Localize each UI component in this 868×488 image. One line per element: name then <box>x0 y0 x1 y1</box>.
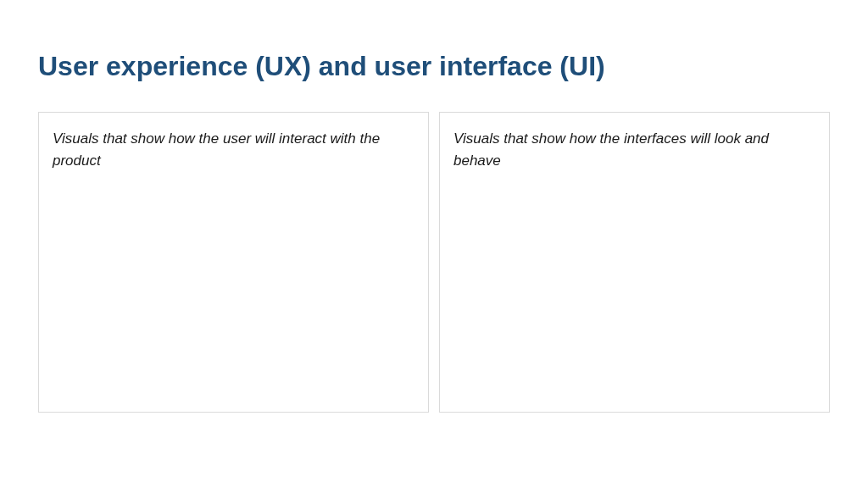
ux-panel-text: Visuals that show how the user will inte… <box>53 128 415 171</box>
ui-panel: Visuals that show how the interfaces wil… <box>439 112 830 413</box>
ux-panel: Visuals that show how the user will inte… <box>38 112 429 413</box>
panels-container: Visuals that show how the user will inte… <box>38 112 830 413</box>
slide-title: User experience (UX) and user interface … <box>38 51 830 82</box>
ui-panel-text: Visuals that show how the interfaces wil… <box>453 128 815 171</box>
